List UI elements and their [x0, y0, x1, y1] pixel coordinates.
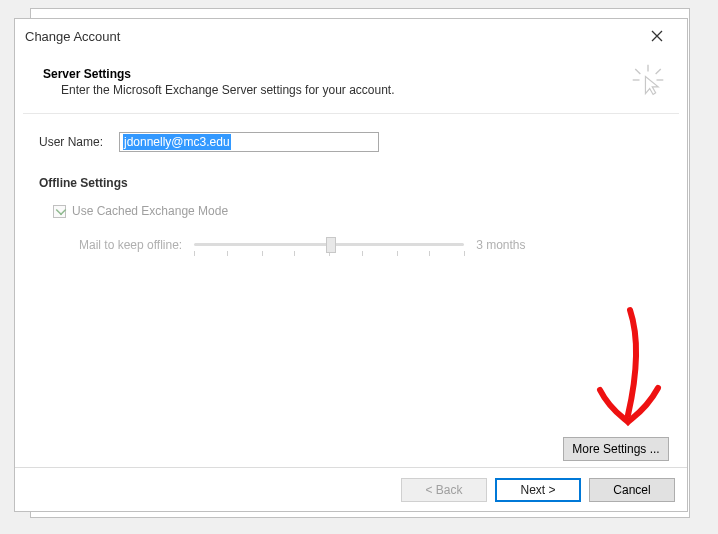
cached-mode-label: Use Cached Exchange Mode: [72, 204, 228, 218]
close-icon: [651, 30, 663, 42]
header-title: Server Settings: [43, 67, 665, 81]
mail-offline-row: Mail to keep offline: 3 months: [79, 234, 663, 256]
header-subtitle: Enter the Microsoft Exchange Server sett…: [61, 83, 665, 97]
footer: < Back Next > Cancel: [15, 467, 687, 511]
mail-offline-label: Mail to keep offline:: [79, 238, 182, 252]
cursor-click-icon: [631, 63, 665, 97]
back-button: < Back: [401, 478, 487, 502]
content-area: User Name: jdonnelly@mc3.edu Offline Set…: [15, 114, 687, 467]
change-account-dialog: Change Account Server Settings Enter the…: [14, 18, 688, 512]
cached-mode-checkbox[interactable]: [53, 205, 66, 218]
user-name-row: User Name: jdonnelly@mc3.edu: [39, 132, 663, 152]
mail-offline-slider[interactable]: [194, 234, 464, 256]
cached-mode-row: Use Cached Exchange Mode: [53, 204, 663, 218]
user-name-label: User Name:: [39, 135, 109, 149]
slider-thumb[interactable]: [326, 237, 336, 253]
more-settings-button[interactable]: More Settings ...: [563, 437, 669, 461]
header-area: Server Settings Enter the Microsoft Exch…: [15, 53, 687, 105]
close-button[interactable]: [637, 22, 677, 50]
user-name-input[interactable]: jdonnelly@mc3.edu: [119, 132, 379, 152]
user-name-value: jdonnelly@mc3.edu: [123, 134, 231, 150]
offline-settings-title: Offline Settings: [39, 176, 663, 190]
cancel-button[interactable]: Cancel: [589, 478, 675, 502]
mail-offline-value: 3 months: [476, 238, 546, 252]
next-button[interactable]: Next >: [495, 478, 581, 502]
svg-line-1: [635, 69, 640, 74]
svg-line-2: [656, 69, 661, 74]
titlebar: Change Account: [15, 19, 687, 53]
dialog-title: Change Account: [25, 29, 120, 44]
